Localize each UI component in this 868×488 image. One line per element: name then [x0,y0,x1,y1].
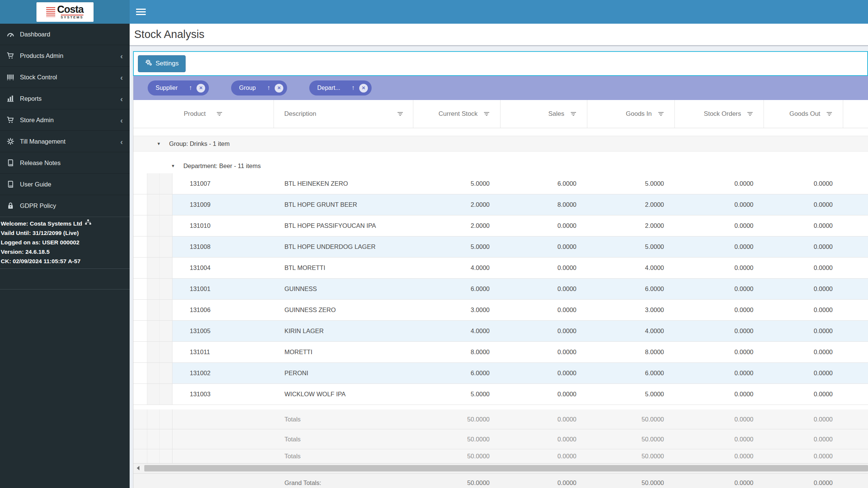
row-expand-gutter [133,321,147,341]
settings-button[interactable]: Settings [138,55,186,72]
totals-row: Totals50.00000.000050.00000.00000.0000 [133,449,868,463]
row-expand-gutter [133,449,147,463]
filter-icon[interactable] [826,111,833,117]
row-expand-gutter [133,215,147,236]
sidebar-item-till-management[interactable]: Till Management‹ [0,131,130,152]
column-header-sales[interactable]: Sales [501,100,587,128]
goods-in-cell: 5.0000 [588,384,675,405]
scroll-left-arrow-icon[interactable] [133,464,142,473]
column-header-stock-orders[interactable]: Stock Orders [675,100,764,128]
goods-out-cell: 0.0000 [765,342,844,362]
grid-header-row: ProductDescriptionCurrent StockSalesGood… [133,100,868,128]
totals-current-stock-cell: 50.0000 [414,429,501,449]
product-row-131004[interactable]: 131004BTL MORETTI4.00000.00004.00000.000… [133,258,868,279]
department-indent-cell [160,279,172,299]
totals-current-stock-cell: 50.0000 [414,409,501,429]
groupby-chip-supplier[interactable]: Supplier↑✕ [148,80,209,95]
filter-icon[interactable] [570,111,577,117]
product-code-cell: 131004 [172,258,274,278]
department-indent-cell [160,384,172,405]
remove-grouping-icon[interactable]: ✕ [275,84,283,92]
sidebar-item-reports[interactable]: Reports‹ [0,88,130,109]
product-row-131008[interactable]: 131008BTL HOPE UNDERDOG LAGER5.00000.000… [133,236,868,258]
sidebar-item-dashboard[interactable]: Dashboard [0,24,130,45]
filter-icon[interactable] [657,111,665,117]
column-header-goods-in[interactable]: Goods In [587,100,675,128]
group-indent-cell [147,173,160,194]
row-expand-gutter [133,258,147,278]
column-header-current-stock[interactable]: Current Stock [413,100,501,128]
groupby-chip-depart[interactable]: Depart...↑✕ [309,80,372,95]
column-header-goods-out[interactable]: Goods Out [764,100,843,128]
sales-cell: 8.0000 [501,194,588,215]
sidebar-item-products-admin[interactable]: Products Admin‹ [0,45,130,67]
sidebar-item-label: Reports [20,95,42,102]
filter-icon[interactable] [746,111,754,117]
product-row-131001[interactable]: 131001GUINNESS6.00000.00006.00000.00000.… [133,279,868,300]
goods-out-cell: 0.0000 [765,173,844,194]
sidebar-item-release-notes[interactable]: Release Notes [0,152,130,174]
filter-icon[interactable] [396,111,404,117]
totals-sales-cell: 0.0000 [501,409,588,429]
grand-totals-goods-in-cell: 50.0000 [588,474,675,488]
groupby-chip-label: Depart... [317,85,340,91]
product-row-131011[interactable]: 131011MORETTI8.00000.00008.00000.00000.0… [133,342,868,363]
column-header-description[interactable]: Description [274,100,414,128]
totals-row: Totals50.00000.000050.00000.00000.0000 [133,429,868,449]
product-row-131005[interactable]: 131005KIRIN LAGER4.00000.00004.00000.000… [133,321,868,342]
product-row-131003[interactable]: 131003WICKLOW WOLF IPA5.00000.00005.0000… [133,384,868,405]
sidebar-toggle-hamburger-icon[interactable] [136,9,146,15]
stock-orders-cell: 0.0000 [675,342,765,362]
goods-in-cell: 6.0000 [588,279,675,299]
description-cell: BTL MORETTI [274,258,414,278]
description-cell: WICKLOW WOLF IPA [274,384,414,405]
filter-icon[interactable] [216,111,223,117]
group-header-row[interactable]: ▼ Group: Drinks - 1 item [133,136,868,152]
sidebar-item-stock-control[interactable]: Stock Control‹ [0,67,130,88]
sort-ascending-icon[interactable]: ↑ [267,84,271,92]
totals-row: Totals50.00000.000050.00000.00000.0000 [133,409,868,429]
department-indent-cell [160,321,172,341]
product-row-131006[interactable]: 131006GUINNESS ZERO3.00000.00003.00000.0… [133,300,868,321]
totals-goods-out-cell: 0.0000 [765,429,844,449]
grid-top-spacer [133,128,868,136]
filter-icon[interactable] [483,111,490,117]
department-header-row[interactable]: ▼ Department: Beer - 11 items [133,158,261,173]
goods-out-cell: 0.0000 [765,300,844,320]
goods-out-cell: 0.0000 [765,279,844,299]
sidebar-item-gdpr-policy[interactable]: GDPR Policy [0,195,130,217]
stock-orders-cell: 0.0000 [675,215,765,236]
sidebar-item-store-admin[interactable]: Store Admin‹ [0,109,130,131]
stock-orders-cell: 0.0000 [675,279,765,299]
product-code-cell: 131007 [172,173,274,194]
group-indent-cell [147,258,160,278]
product-row-131010[interactable]: 131010BTL HOPE PASSIFYOUCAN IPA2.00000.0… [133,215,868,236]
product-row-131009[interactable]: 131009BTL HOPE GRUNT BEER2.00008.00002.0… [133,194,868,215]
collapse-group-icon[interactable]: ▼ [157,141,161,146]
sort-ascending-icon[interactable]: ↑ [189,84,192,92]
cart-icon [6,116,15,124]
totals-label-cell: Totals [274,449,414,463]
chevron-left-icon: ‹ [120,116,123,124]
groupby-chip-group[interactable]: Group↑✕ [231,80,287,95]
totals-goods-out-cell: 0.0000 [765,449,844,463]
sort-ascending-icon[interactable]: ↑ [352,84,355,92]
horizontal-scrollbar-thumb[interactable] [144,465,868,471]
collapse-department-icon[interactable]: ▼ [171,164,175,168]
remove-grouping-icon[interactable]: ✕ [359,84,368,92]
description-cell: GUINNESS [274,279,414,299]
remove-grouping-icon[interactable]: ✕ [197,84,205,92]
stock-orders-cell: 0.0000 [675,384,765,405]
column-header-product[interactable]: Product [133,100,274,128]
totals-sales-cell: 0.0000 [501,429,588,449]
brand-logo[interactable]: Costa SYSTEMS [0,0,130,24]
totals-label-cell: Totals [274,429,414,449]
department-header-area: ▼ Department: Beer - 11 items [133,152,868,173]
welcome-line: Vaild Until: 31/12/2099 (Live) [1,228,128,238]
sidebar-item-user-guide[interactable]: User Guide [0,174,130,195]
welcome-info-block: Welcome: Costa Systems LtdVaild Until: 3… [0,217,130,269]
column-header-label: Description [284,110,316,118]
sidebar-item-label: Store Admin [20,117,54,124]
product-row-131002[interactable]: 131002PERONI6.00000.00006.00000.00000.00… [133,363,868,384]
product-row-131007[interactable]: 131007BTL HEINEKEN ZERO5.00006.00005.000… [133,173,868,194]
